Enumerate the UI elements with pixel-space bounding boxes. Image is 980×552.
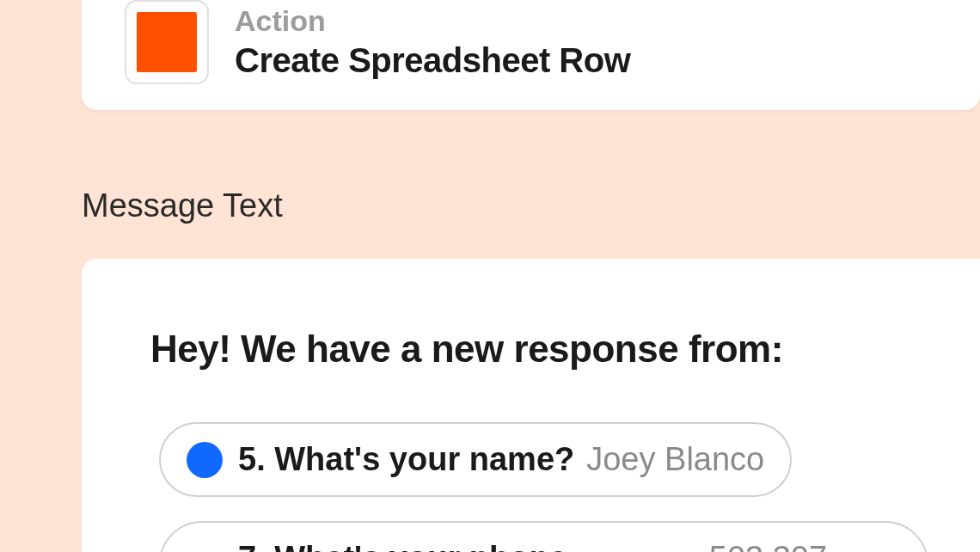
action-label: Action — [235, 4, 630, 38]
action-card[interactable]: Action Create Spreadsheet Row — [82, 0, 980, 110]
action-title: Create Spreadsheet Row — [235, 41, 630, 80]
response-pill[interactable]: 7. What's your phone number? 503 307 514… — [159, 521, 928, 552]
pill-question: 7. What's your phone number? — [238, 540, 697, 552]
pill-dot-icon — [187, 442, 223, 478]
action-text: Action Create Spreadsheet Row — [235, 4, 630, 80]
response-pill[interactable]: 5. What's your name? Joey Blanco — [159, 422, 792, 497]
section-label: Message Text — [82, 187, 980, 224]
pill-answer: 503 307 5147 — [709, 540, 901, 552]
pill-text: 7. What's your phone number? 503 307 514… — [238, 540, 901, 552]
app-icon — [137, 12, 197, 72]
pill-text: 5. What's your name? Joey Blanco — [238, 441, 764, 478]
message-card: Hey! We have a new response from: 5. Wha… — [82, 259, 980, 552]
message-heading: Hey! We have a new response from: — [150, 328, 928, 371]
pill-question: 5. What's your name? — [238, 441, 574, 478]
pill-answer: Joey Blanco — [586, 441, 764, 478]
app-icon-wrapper — [125, 0, 209, 84]
